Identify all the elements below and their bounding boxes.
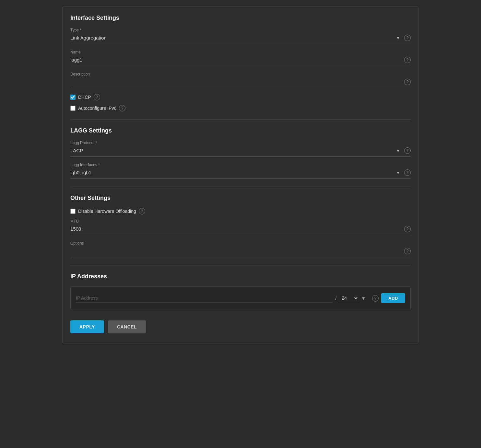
cidr-select[interactable]: 8 16 24 25 26 27 28 29 30 32 — [339, 293, 358, 303]
autoconfigure-ipv6-label: Autoconfigure IPv6 — [78, 106, 116, 111]
options-field-group: Options ? — [70, 241, 411, 257]
type-field-group: Type * Link Aggregation VLAN Bridge Phys… — [70, 28, 411, 44]
name-help-icon[interactable]: ? — [404, 57, 411, 63]
ip-slash: / — [335, 295, 336, 301]
name-field-group: Name ? — [70, 50, 411, 66]
lagg-interfaces-field-group: Lagg Interfaces * igb0, igb1 igb0 igb1 i… — [70, 163, 411, 179]
lagg-protocol-select-row: LACP FAILOVER LOADBALANCE ROUNDROBIN NON… — [70, 146, 411, 157]
lagg-settings-title: LAGG Settings — [70, 127, 411, 134]
dhcp-checkbox-row: DHCP ? — [70, 94, 411, 100]
ip-address-input[interactable] — [76, 293, 333, 303]
description-field-row: ? — [70, 78, 411, 88]
lagg-protocol-help-icon[interactable]: ? — [404, 147, 411, 154]
dhcp-help-icon[interactable]: ? — [94, 94, 100, 100]
lagg-interfaces-select-row: igb0, igb1 igb0 igb1 igb2 ▼ ? — [70, 168, 411, 179]
dhcp-label: DHCP — [78, 95, 91, 100]
disable-hw-offloading-label: Disable Hardware Offloading — [78, 209, 136, 214]
type-label: Type * — [70, 28, 411, 32]
autoconfigure-ipv6-row: Autoconfigure IPv6 ? — [70, 105, 411, 111]
cidr-dropdown-arrow: ▼ — [361, 296, 366, 301]
ip-help-icon[interactable]: ? — [372, 295, 379, 302]
interface-settings-section: Interface Settings Type * Link Aggregati… — [70, 15, 411, 111]
action-row: APPLY CANCEL — [70, 320, 411, 333]
description-field-group: Description ? — [70, 72, 411, 88]
lagg-interfaces-help-icon[interactable]: ? — [404, 169, 411, 176]
description-input[interactable] — [70, 78, 402, 86]
cancel-button[interactable]: CANCEL — [108, 320, 146, 333]
autoconfigure-ipv6-help-icon[interactable]: ? — [119, 105, 125, 111]
lagg-protocol-field-group: Lagg Protocol * LACP FAILOVER LOADBALANC… — [70, 141, 411, 157]
mtu-label: MTU — [70, 219, 411, 224]
description-help-icon[interactable]: ? — [404, 79, 411, 85]
mtu-field-group: MTU ? — [70, 219, 411, 235]
other-settings-title: Other Settings — [70, 195, 411, 201]
lagg-interfaces-select[interactable]: igb0, igb1 igb0 igb1 igb2 — [70, 168, 396, 177]
interface-settings-title: Interface Settings — [70, 15, 411, 21]
options-field-row: ? — [70, 247, 411, 257]
mtu-input[interactable] — [70, 225, 402, 233]
mtu-help-icon[interactable]: ? — [404, 226, 411, 232]
name-field-row: ? — [70, 56, 411, 66]
lagg-interfaces-label: Lagg Interfaces * — [70, 163, 411, 167]
divider-3 — [70, 265, 411, 265]
divider-1 — [70, 119, 411, 120]
ip-row: / 8 16 24 25 26 27 28 29 30 32 ▼ ? ADD — [76, 293, 405, 303]
ip-box: / 8 16 24 25 26 27 28 29 30 32 ▼ ? ADD — [70, 286, 411, 310]
divider-2 — [70, 187, 411, 187]
disable-hw-offloading-row: Disable Hardware Offloading ? — [70, 208, 411, 214]
settings-card: Interface Settings Type * Link Aggregati… — [62, 6, 419, 343]
disable-hw-offloading-checkbox[interactable] — [70, 209, 76, 214]
mtu-field-row: ? — [70, 225, 411, 235]
other-settings-section: Other Settings Disable Hardware Offloadi… — [70, 195, 411, 257]
ip-addresses-title: IP Addresses — [70, 273, 411, 280]
description-label: Description — [70, 72, 411, 76]
autoconfigure-ipv6-checkbox[interactable] — [70, 106, 76, 111]
lagg-protocol-dropdown-arrow: ▼ — [396, 148, 400, 153]
type-select-row: Link Aggregation VLAN Bridge Physical ▼ … — [70, 34, 411, 44]
lagg-settings-section: LAGG Settings Lagg Protocol * LACP FAILO… — [70, 127, 411, 179]
name-input[interactable] — [70, 56, 402, 64]
disable-hw-offloading-help-icon[interactable]: ? — [139, 208, 145, 214]
dhcp-checkbox[interactable] — [70, 95, 76, 100]
add-button[interactable]: ADD — [381, 293, 405, 303]
options-label: Options — [70, 241, 411, 246]
lagg-interfaces-dropdown-arrow: ▼ — [396, 170, 400, 175]
lagg-protocol-label: Lagg Protocol * — [70, 141, 411, 145]
options-input[interactable] — [70, 247, 402, 255]
apply-button[interactable]: APPLY — [70, 320, 104, 333]
type-dropdown-arrow: ▼ — [396, 35, 400, 40]
type-select[interactable]: Link Aggregation VLAN Bridge Physical — [70, 34, 396, 42]
ip-addresses-section: IP Addresses / 8 16 24 25 26 27 28 29 30… — [70, 273, 411, 310]
options-help-icon[interactable]: ? — [404, 248, 411, 254]
name-label: Name — [70, 50, 411, 54]
lagg-protocol-select[interactable]: LACP FAILOVER LOADBALANCE ROUNDROBIN NON… — [70, 146, 396, 155]
type-help-icon[interactable]: ? — [404, 35, 411, 41]
